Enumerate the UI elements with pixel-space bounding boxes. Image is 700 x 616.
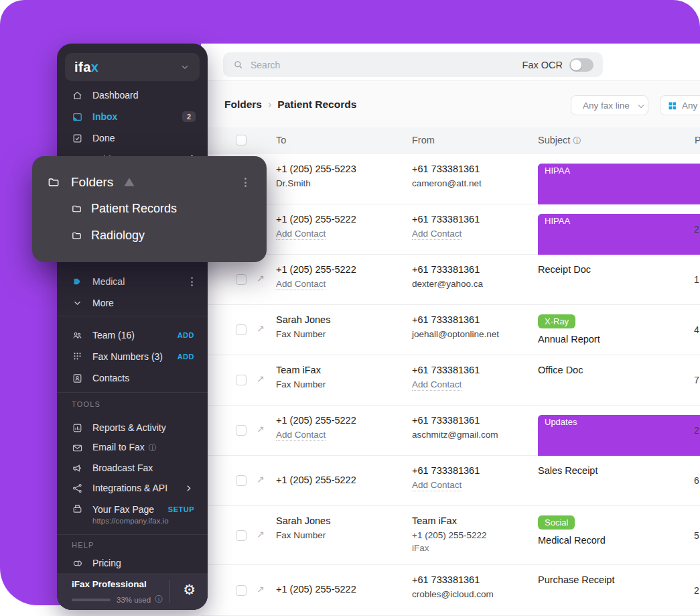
info-icon: ⓘ	[573, 136, 581, 145]
fax-line-filter-button[interactable]: Any fax line	[571, 95, 648, 115]
row-checkbox[interactable]	[236, 530, 247, 541]
settings-gear-icon[interactable]: ⚙	[183, 582, 196, 598]
outgoing-arrow-icon: ↗	[257, 584, 265, 595]
contact-primary: +61 733381361	[412, 574, 533, 585]
table-row[interactable]: ↗ Team iFaxFax Number +61 733381361Add C…	[201, 355, 700, 406]
add-fax-number-link[interactable]: ADD	[178, 353, 194, 361]
sidebar-item-more[interactable]: More	[66, 293, 198, 313]
contact-secondary: Add Contact	[276, 279, 403, 290]
contact-primary: +61 733381361	[412, 365, 533, 375]
inbox-icon	[72, 111, 83, 123]
search-input[interactable]: Search	[251, 60, 522, 70]
sidebar-item-inbox[interactable]: Inbox 2	[66, 107, 198, 127]
add-contact-link[interactable]: Add Contact	[412, 480, 462, 491]
contact-primary: +1 (205) 255-5222	[276, 264, 403, 275]
add-team-link[interactable]: ADD	[178, 331, 194, 339]
table-row[interactable]: ↗ +1 (205) 255-5222Add Contact +61 73338…	[201, 255, 700, 305]
sidebar-item-label: Fax Numbers (3)	[92, 351, 178, 362]
sidebar-item-label: Email to Faxⓘ	[92, 442, 198, 454]
breadcrumb-folders[interactable]: Folders	[224, 99, 262, 111]
table-row[interactable]: ↗ Sarah JonesFax Number Team iFax+1 (205…	[201, 506, 700, 565]
sidebar-item-team[interactable]: Team (16) ADD	[66, 325, 198, 345]
add-contact-link[interactable]: Add Contact	[276, 279, 326, 290]
sidebar-item-fax-numbers[interactable]: Fax Numbers (3) ADD	[66, 347, 198, 367]
logo-x: x	[91, 60, 99, 74]
to-cell: +1 (205) 255-5223Dr.Smith	[276, 164, 403, 191]
subject-cell: HIPAAPDFX-Ray+3 Invoice Report	[538, 164, 685, 194]
reports-icon	[72, 422, 83, 434]
sidebar-item-label: Pricing	[92, 558, 198, 568]
row-checkbox[interactable]	[236, 475, 247, 486]
subject-cell: Receipt Doc	[538, 264, 685, 275]
column-header-from[interactable]: From	[412, 135, 435, 145]
sidebar-item-done[interactable]: Done	[66, 128, 198, 148]
popup-folders-header[interactable]: Folders	[47, 175, 252, 190]
table-row[interactable]: ↗ +1 (205) 255-5222 +61 733381361Add Con…	[201, 456, 700, 506]
to-cell: +1 (205) 255-5222	[276, 475, 403, 489]
sidebar-item-pricing[interactable]: Pricing	[66, 553, 198, 573]
contact-primary: +61 733381361	[412, 164, 533, 174]
search-icon	[232, 59, 244, 70]
kebab-menu-icon[interactable]	[242, 175, 249, 190]
row-checkbox[interactable]	[236, 375, 247, 385]
kebab-menu-icon[interactable]	[188, 274, 196, 289]
ifax-logo: ifax	[74, 60, 180, 75]
column-header-subject[interactable]: Subjectⓘ	[538, 135, 581, 147]
to-cell: +1 (205) 255-5222	[276, 584, 403, 599]
divider	[57, 392, 208, 393]
add-contact-link[interactable]: Add Contact	[412, 229, 462, 240]
contact-secondary: +1 (205) 255-5222	[412, 530, 533, 540]
workspace-switcher[interactable]: ifax	[65, 53, 200, 81]
contact-secondary: Add Contact	[276, 430, 403, 441]
table-row[interactable]: ↗ Sarah JonesFax Number +61 733381361joe…	[201, 305, 700, 355]
popup-item-patient-records[interactable]: Patient Records	[71, 202, 177, 216]
contact-secondary: Add Contact	[276, 229, 403, 240]
contact-primary: +1 (205) 255-5222	[276, 415, 403, 426]
outgoing-arrow-icon: ↗	[257, 474, 265, 485]
sidebar-item-reports[interactable]: Reports & Activity	[66, 418, 198, 438]
contact-secondary: Dr.Smith	[276, 178, 403, 188]
row-checkbox[interactable]	[236, 274, 247, 285]
table-row[interactable]: ↗ +1 (205) 255-5223Dr.Smith +61 73338136…	[201, 154, 700, 204]
sidebar-item-contacts[interactable]: Contacts	[66, 368, 198, 388]
divider	[169, 580, 170, 603]
column-header-to[interactable]: To	[276, 135, 286, 145]
table-row[interactable]: ↗ +1 (205) 255-5222 +61 733381361crobles…	[201, 565, 700, 616]
subject-text: Sales Receipt	[538, 465, 685, 476]
home-icon	[72, 90, 83, 101]
chevron-down-icon	[180, 62, 190, 72]
search-field[interactable]: Search Fax OCR	[223, 52, 603, 77]
row-checkbox[interactable]	[236, 324, 247, 335]
table-row[interactable]: ↗ +1 (205) 255-5222Add Contact +61 73338…	[201, 406, 700, 456]
to-cell: +1 (205) 255-5222Add Contact	[276, 214, 403, 243]
add-contact-link[interactable]: Add Contact	[276, 229, 326, 240]
column-header-pages[interactable]: P	[695, 135, 700, 145]
sidebar-item-fax-page[interactable]: Your Fax Page SETUP https://company.ifax…	[66, 499, 198, 529]
tag-list: Social	[538, 515, 685, 530]
sidebar-item-medical[interactable]: Medical	[66, 271, 198, 292]
sidebar-item-integrations[interactable]: Integrations & API	[66, 478, 198, 498]
sidebar-item-dashboard[interactable]: Dashboard	[66, 85, 198, 105]
add-contact-link[interactable]: Add Contact	[276, 430, 326, 441]
table-row[interactable]: ↗ +1 (205) 255-5222Add Contact +61 73338…	[201, 204, 700, 255]
popup-title: Folders	[71, 175, 113, 190]
contact-secondary: crobles@icloud.com	[412, 589, 533, 599]
row-checkbox[interactable]	[236, 425, 247, 436]
sidebar-item-email-to-fax[interactable]: Email to Faxⓘ	[66, 438, 198, 458]
setup-link[interactable]: SETUP	[168, 505, 194, 513]
tag-icon	[72, 276, 83, 287]
add-contact-link[interactable]: Add Contact	[412, 379, 462, 391]
select-all-checkbox[interactable]	[236, 135, 247, 145]
tools-section-header: TOOLS	[72, 400, 100, 408]
fax-ocr-toggle[interactable]	[569, 58, 593, 72]
popup-item-radiology[interactable]: Radiology	[71, 229, 145, 243]
sidebar-item-broadcast-fax[interactable]: Broadcast Fax	[66, 458, 198, 478]
contact-primary: Team iFax	[412, 515, 533, 526]
from-cell: +61 733381361Add Contact	[412, 465, 533, 494]
breadcrumb-separator-icon: ›	[268, 99, 271, 111]
contact-primary: +61 733381361	[412, 314, 533, 325]
sidebar-item-label: More	[92, 298, 198, 308]
row-checkbox[interactable]	[236, 585, 247, 596]
tag-list: PDFUpdates	[538, 415, 685, 429]
extension-filter-button[interactable]: Any e	[660, 95, 700, 115]
